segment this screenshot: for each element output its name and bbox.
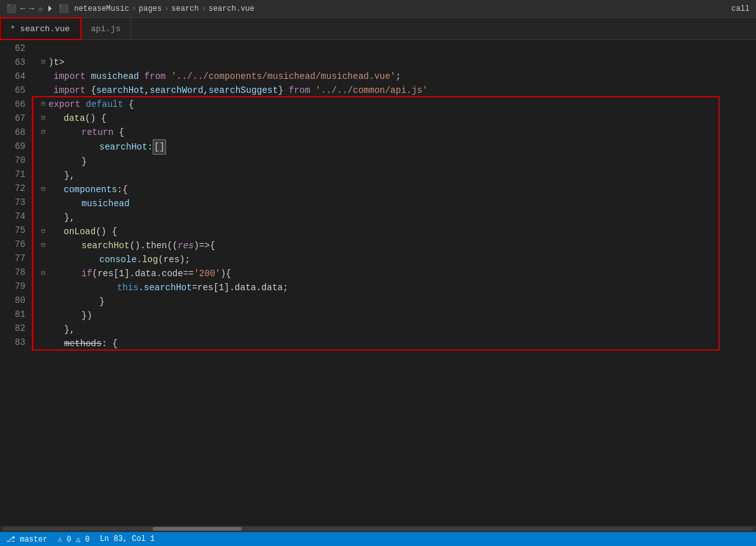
editor: 62 63 64 65 66 67 68 69 70 71 72 73 74 7…	[0, 40, 756, 532]
title-bar-icons[interactable]: ⬛ ← → ☆ ⏵ ⬛	[6, 4, 69, 14]
code-line-69: searchHot:[]	[38, 139, 756, 155]
breadcrumb-file[interactable]: search.vue	[209, 4, 255, 13]
status-branch: ⎇ master	[6, 535, 47, 544]
code-line-72: ⊟components:{	[38, 183, 756, 197]
breadcrumb-pages[interactable]: pages	[139, 4, 162, 13]
code-line-67: ⊟data() {	[38, 111, 756, 125]
tab-search-vue-label: * search.vue	[10, 24, 70, 34]
code-line-74: },	[38, 211, 756, 225]
breadcrumb: neteaseMusic › pages › search › search.v…	[74, 4, 254, 13]
call-label: call	[731, 4, 750, 13]
code-line-73: musichead	[38, 197, 756, 211]
back-icon[interactable]: ←	[20, 4, 25, 13]
code-line-66: ⊟export default {	[38, 97, 756, 111]
title-bar-right: call	[731, 4, 750, 13]
code-line-63: ⊟)t>	[38, 55, 756, 69]
code-line-78: ⊟if(res[1].data.code=='200'){	[38, 267, 756, 281]
code-area[interactable]: ⊟)t> import musichead from '../../compon…	[32, 40, 756, 532]
fold-75[interactable]: ⊟	[38, 225, 48, 239]
code-line-75: ⊟onLoad() {	[38, 225, 756, 239]
fold-72[interactable]: ⊟	[38, 183, 48, 197]
breadcrumb-neteaseMusic[interactable]: neteaseMusic	[74, 4, 129, 13]
code-line-81: })	[38, 309, 756, 323]
file-icon[interactable]: ⬛	[59, 4, 69, 14]
status-bar: ⎇ master ⚠ 0 △ 0 Ln 83, Col 1	[0, 532, 756, 546]
status-errors: ⚠ 0 △ 0	[57, 535, 89, 544]
fold-66[interactable]: ⊟	[38, 97, 48, 111]
fold-68[interactable]: ⊟	[38, 125, 48, 139]
fold-67[interactable]: ⊟	[38, 111, 48, 125]
code-line-83: methods: {	[38, 337, 756, 351]
play-icon[interactable]: ⏵	[46, 4, 55, 13]
code-line-64: import musichead from '../../components/…	[38, 69, 756, 83]
scrollbar-thumb[interactable]	[153, 527, 242, 531]
code-line-68: ⊟return {	[38, 125, 756, 139]
fold-63[interactable]: ⊟	[38, 55, 48, 69]
tab-search-vue[interactable]: * search.vue	[0, 18, 81, 39]
code-line-70: }	[38, 155, 756, 169]
code-line-71: },	[38, 169, 756, 183]
scrollbar[interactable]	[0, 526, 756, 532]
line-numbers: 62 63 64 65 66 67 68 69 70 71 72 73 74 7…	[0, 40, 32, 532]
title-bar: ⬛ ← → ☆ ⏵ ⬛ neteaseMusic › pages › searc…	[0, 0, 756, 18]
star-icon[interactable]: ☆	[38, 4, 43, 14]
code-line-76: ⊟searchHot().then((res)=>{	[38, 239, 756, 253]
tab-api-js-label: api.js	[91, 24, 121, 34]
scrollbar-track[interactable]	[3, 527, 753, 531]
menu-icon[interactable]: ⬛	[6, 4, 17, 14]
code-line-62	[38, 41, 756, 55]
breadcrumb-search[interactable]: search	[171, 4, 199, 13]
forward-icon[interactable]: →	[29, 4, 34, 13]
fold-78[interactable]: ⊟	[38, 267, 48, 281]
code-line-65: import {searchHot,searchWord,searchSugge…	[38, 83, 756, 97]
code-line-82: },	[38, 323, 756, 337]
code-line-77: console.log(res);	[38, 253, 756, 267]
code-line-80: }	[38, 295, 756, 309]
fold-76[interactable]: ⊟	[38, 239, 48, 253]
status-info: Ln 83, Col 1	[100, 535, 155, 543]
tab-bar: * search.vue api.js	[0, 18, 756, 40]
tab-api-js[interactable]: api.js	[81, 18, 132, 39]
code-line-79: this.searchHot=res[1].data.data;	[38, 281, 756, 295]
